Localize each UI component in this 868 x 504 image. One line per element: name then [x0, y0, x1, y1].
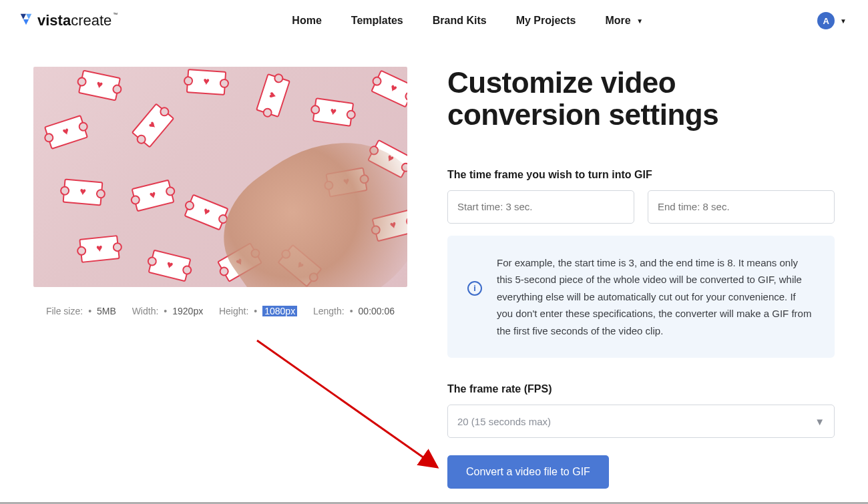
file-size-label: File size:	[46, 306, 83, 316]
height-value: 1080px	[262, 306, 297, 316]
file-size-value: 5MB	[97, 306, 116, 316]
length-value: 00:00:06	[359, 306, 395, 316]
preview-meta: File size: • 5MB Width: • 1920px Height:…	[33, 306, 407, 316]
brand-logo-icon	[19, 12, 33, 29]
height-label: Height:	[219, 306, 248, 316]
chevron-down-icon: ▼	[840, 17, 847, 25]
fps-selected-value: 20 (15 seconds max)	[457, 416, 551, 427]
main-content: ♥ ♥ ♥ ♥ ♥ ♥ ♥ ♥ ♥ ♥ ♥ ♥ ♥ ♥ ♥ ♥ ♥ File s…	[0, 41, 868, 489]
video-preview[interactable]: ♥ ♥ ♥ ♥ ♥ ♥ ♥ ♥ ♥ ♥ ♥ ♥ ♥ ♥ ♥ ♥ ♥	[33, 67, 407, 287]
preview-column: ♥ ♥ ♥ ♥ ♥ ♥ ♥ ♥ ♥ ♥ ♥ ♥ ♥ ♥ ♥ ♥ ♥ File s…	[33, 67, 407, 489]
top-bar: vistacreate™ Home Templates Brand Kits M…	[0, 0, 868, 41]
end-time-input[interactable]	[648, 190, 835, 224]
chevron-down-icon: ▼	[636, 17, 643, 25]
svg-marker-1	[26, 14, 31, 19]
fps-label: The frame rate (FPS)	[447, 383, 835, 395]
timeframe-label: The time frame you wish to turn into GIF	[447, 169, 835, 181]
account-menu[interactable]: A ▼	[817, 12, 847, 29]
info-box: i For example, the start time is 3, and …	[447, 236, 835, 358]
nav-more-label: More	[605, 15, 630, 26]
start-time-input[interactable]	[447, 190, 634, 224]
avatar[interactable]: A	[817, 12, 835, 29]
info-text: For example, the start time is 3, and th…	[497, 254, 815, 340]
main-nav: Home Templates Brand Kits My Projects Mo…	[292, 15, 643, 27]
brand-logo[interactable]: vistacreate™	[19, 12, 118, 29]
nav-home[interactable]: Home	[292, 15, 321, 27]
width-label: Width:	[132, 306, 159, 316]
settings-column: Customize video conversion settings The …	[447, 67, 835, 489]
nav-more[interactable]: More ▼	[605, 15, 643, 27]
fps-select[interactable]: 20 (15 seconds max) ▼	[447, 405, 835, 438]
svg-marker-0	[21, 14, 26, 19]
chevron-down-icon: ▼	[815, 416, 825, 427]
info-icon: i	[467, 281, 482, 296]
nav-my-projects[interactable]: My Projects	[516, 15, 576, 27]
timeframe-row	[447, 190, 835, 224]
nav-templates[interactable]: Templates	[351, 15, 403, 27]
convert-button[interactable]: Convert a video file to GIF	[447, 455, 609, 489]
brand-name: vistacreate™	[37, 12, 118, 29]
page-title: Customize video conversion settings	[447, 67, 835, 132]
svg-marker-2	[23, 19, 29, 25]
length-label: Length:	[313, 306, 345, 316]
width-value: 1920px	[172, 306, 203, 316]
nav-brand-kits[interactable]: Brand Kits	[433, 15, 487, 27]
bottom-divider	[0, 503, 868, 503]
